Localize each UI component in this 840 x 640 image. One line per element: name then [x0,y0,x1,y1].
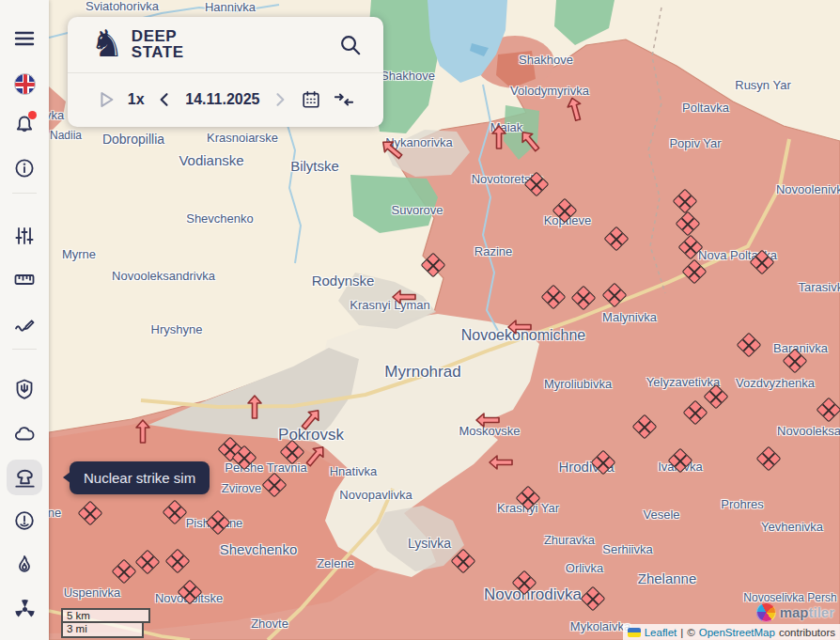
map-place-label: Hannivka [205,0,256,14]
timeline-row: 1x 14.11.2025 [68,72,383,126]
sidebar-divider [12,193,37,194]
unit-marker[interactable] [683,400,708,426]
deepstate-logo-icon: ♞ [90,24,124,62]
advance-arrow-icon [507,320,532,335]
unit-marker[interactable] [206,510,231,536]
attribution-separator: | [680,627,683,638]
scale-bar: 5 km 3 mi [61,608,150,638]
next-day-button[interactable] [271,90,289,109]
map-place-label: Suvorove [392,203,443,217]
fire-icon[interactable] [7,547,42,583]
map-place-label: Novohrodivka [484,585,582,604]
map-place-label: Novoolenivka [776,182,840,196]
copyright-symbol: © [687,627,694,638]
deepstate-map-app: SviatohorivkaHannivkavkaShakhoveShakhove… [0,0,840,640]
ruler-icon[interactable] [7,261,42,297]
unit-marker[interactable] [756,446,782,472]
map-place-label: Zhelanne [638,570,697,586]
unit-marker[interactable] [571,286,597,311]
sidebar-divider [12,349,37,350]
shield-trident-icon[interactable] [7,371,42,407]
unit-marker[interactable] [78,501,103,526]
map-place-label: Razine [474,244,512,258]
unit-marker[interactable] [817,398,840,423]
notification-badge [28,111,37,119]
menu-icon[interactable] [7,21,42,56]
map-place-label: Myroliubivka [544,377,612,391]
unit-marker[interactable] [163,500,188,525]
map-place-label: Dobropillia [102,132,164,147]
unit-marker[interactable] [541,285,567,310]
map-place-label: Zhovte [251,617,288,631]
draw-icon[interactable] [7,305,42,341]
unit-marker[interactable] [604,226,630,252]
ukraine-flag-icon [628,628,641,637]
advance-arrow-icon [247,395,262,419]
map-place-label: Myrnohrad [384,363,460,382]
brand-row: ♞ DEEP STATE [68,17,383,72]
map-place-label: ne [49,506,61,520]
map-place-label: vka [49,108,64,122]
map-place-label: Poltavka [682,101,729,115]
map-place-label: Yevhenivka [761,520,823,534]
radiation-icon[interactable] [7,590,42,626]
map-place-label: Novooleksandrivka [112,269,215,283]
map-place-label: Novopavlivka [339,488,412,502]
advance-arrow-icon [489,455,513,470]
unit-marker[interactable] [673,189,698,214]
map-place-label: Novooleksandrivka [777,424,840,438]
language-flag-icon[interactable] [7,66,42,101]
map-place-label: Shevchenko [186,211,254,226]
leaflet-link[interactable]: Leaflet [645,627,677,638]
speed-label[interactable]: 1x [128,91,145,108]
map-place-label: Shevchenko [220,541,298,557]
map-place-label: Shakhove [519,53,573,67]
search-icon[interactable] [338,33,363,57]
map-place-label: Zvirove [222,481,262,495]
unit-marker[interactable] [262,473,288,498]
unit-marker[interactable] [737,333,762,358]
scale-mi: 3 mi [61,623,144,638]
unit-marker[interactable] [135,550,161,575]
contributors-text: contributors [779,627,835,638]
prev-day-button[interactable] [155,90,174,109]
unit-marker[interactable] [602,283,628,308]
unit-marker[interactable] [112,559,137,585]
unit-marker[interactable] [581,586,606,612]
advance-arrow-icon [392,289,416,304]
unit-marker[interactable] [165,549,191,574]
unit-marker[interactable] [682,259,708,285]
advance-arrow-icon [491,125,506,149]
uk-flag-icon [14,73,36,95]
play-button[interactable] [96,89,117,110]
brand-title: DEEP STATE [132,29,184,60]
map-place-label: Zhuravka [544,533,595,547]
weather-cloud-icon[interactable] [7,416,42,452]
nuclear-strike-sim-icon[interactable] [7,460,42,495]
control-panel: ♞ DEEP STATE 1x 14.11.2025 [68,17,383,127]
unit-marker[interactable] [421,253,446,278]
map-place-label: Orlivka [566,561,603,575]
map-place-label: Vozdvyzhenka [736,376,815,390]
osm-link[interactable]: OpenStreetMap [699,627,775,638]
notifications-bell-icon[interactable] [7,106,42,142]
map-place-label: Krasnyi Lyman [350,298,430,312]
calendar-icon[interactable] [301,89,321,110]
scale-km: 5 km [61,608,150,623]
date-display[interactable]: 14.11.2025 [185,91,259,108]
unit-marker[interactable] [676,211,701,237]
map-place-label: Uspenivka [64,585,121,600]
advance-arrow-icon [565,95,585,122]
jump-to-date-icon[interactable] [333,89,355,110]
unit-marker[interactable] [451,549,476,574]
strike-alert-icon[interactable] [7,503,42,539]
advance-arrow-icon [135,419,150,444]
info-icon[interactable] [7,150,42,186]
layers-settings-icon[interactable] [7,218,42,254]
maptiler-logo[interactable]: maptiler [756,602,834,622]
map-place-label: Hryshyne [151,322,203,336]
map-place-label: Tarasivka [799,280,840,294]
map-place-label: Baranivka [773,341,828,355]
map-place-label: Shakhove [381,69,435,83]
unit-marker[interactable] [632,414,658,440]
